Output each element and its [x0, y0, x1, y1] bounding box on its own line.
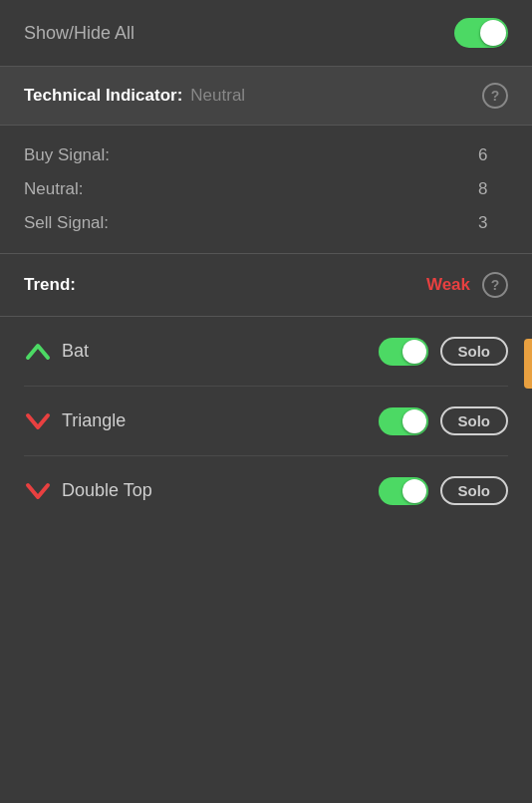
bat-direction-icon: [24, 338, 52, 366]
right-accent-bar: [524, 339, 532, 389]
show-hide-row: Show/Hide All: [0, 0, 532, 66]
bat-toggle-knob: [402, 340, 426, 364]
buy-signal-label: Buy Signal:: [24, 145, 478, 165]
show-hide-label: Show/Hide All: [24, 23, 134, 44]
double-top-toggle[interactable]: [379, 477, 428, 505]
double-top-solo-button[interactable]: Solo: [440, 476, 509, 505]
triangle-toggle[interactable]: [379, 407, 428, 435]
trend-section: Trend: Weak ?: [0, 254, 532, 317]
bat-solo-button[interactable]: Solo: [440, 337, 509, 366]
triangle-controls: Solo: [379, 406, 509, 435]
triangle-solo-button[interactable]: Solo: [440, 406, 509, 435]
trend-help-icon[interactable]: ?: [482, 272, 508, 298]
buy-signal-value: 6: [478, 145, 508, 165]
neutral-signal-row: Neutral: 8: [24, 179, 508, 199]
triangle-pattern-name: Triangle: [62, 410, 379, 431]
show-hide-toggle[interactable]: [454, 18, 508, 48]
pattern-item-bat: Bat Solo: [24, 317, 508, 387]
neutral-signal-label: Neutral:: [24, 179, 478, 199]
double-top-pattern-name: Double Top: [62, 480, 379, 501]
signals-section: Buy Signal: 6 Neutral: 8 Sell Signal: 3: [0, 126, 532, 254]
triangle-direction-icon: [24, 407, 52, 435]
bat-toggle[interactable]: [379, 338, 428, 366]
toggle-knob: [480, 20, 506, 46]
neutral-signal-value: 8: [478, 179, 508, 199]
sell-signal-row: Sell Signal: 3: [24, 213, 508, 233]
pattern-section: Bat Solo Triangle Solo: [0, 317, 532, 525]
sell-signal-label: Sell Signal:: [24, 213, 478, 233]
technical-indicator-help-icon[interactable]: ?: [482, 83, 508, 109]
buy-signal-row: Buy Signal: 6: [24, 145, 508, 165]
bat-pattern-name: Bat: [62, 341, 379, 362]
technical-indicator-value: Neutral: [190, 86, 245, 106]
technical-indicator-section: Technical Indicator: Neutral ?: [0, 67, 532, 125]
double-top-controls: Solo: [379, 476, 509, 505]
pattern-item-triangle: Triangle Solo: [24, 387, 508, 456]
main-container: Show/Hide All Technical Indicator: Neutr…: [0, 0, 532, 803]
bat-controls: Solo: [379, 337, 509, 366]
trend-label: Trend:: [24, 275, 426, 295]
triangle-toggle-knob: [402, 409, 426, 433]
technical-indicator-label: Technical Indicator:: [24, 86, 182, 106]
double-top-direction-icon: [24, 477, 52, 505]
double-top-toggle-knob: [402, 479, 426, 503]
pattern-item-double-top: Double Top Solo: [24, 456, 508, 525]
sell-signal-value: 3: [478, 213, 508, 233]
trend-value: Weak: [426, 275, 470, 295]
